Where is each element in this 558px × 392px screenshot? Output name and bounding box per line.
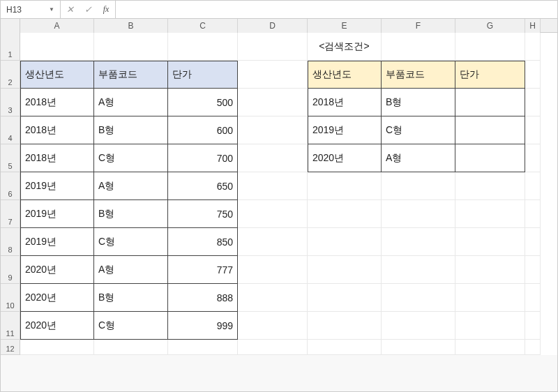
cell[interactable]: 600: [168, 116, 238, 144]
cell[interactable]: 2019년: [20, 200, 94, 228]
cell[interactable]: C형: [94, 228, 168, 256]
cell[interactable]: [455, 200, 525, 228]
cell[interactable]: [20, 340, 94, 355]
cell[interactable]: 2019년: [20, 172, 94, 200]
cell[interactable]: [308, 228, 382, 256]
cell[interactable]: [382, 172, 455, 200]
cell[interactable]: [382, 312, 455, 340]
row-header[interactable]: 1: [1, 33, 20, 61]
cell-header-code-left[interactable]: 부품코드: [94, 61, 168, 89]
cell[interactable]: [525, 61, 541, 89]
cell[interactable]: A형: [382, 144, 455, 172]
col-header-A[interactable]: A: [20, 19, 94, 33]
cell[interactable]: 2020년: [20, 284, 94, 312]
cell[interactable]: [238, 340, 308, 355]
cell[interactable]: [168, 340, 238, 355]
cell[interactable]: [238, 256, 308, 284]
cell[interactable]: [238, 116, 308, 144]
cell[interactable]: A형: [94, 89, 168, 116]
cell[interactable]: B형: [382, 89, 455, 116]
cell[interactable]: [382, 200, 455, 228]
cell[interactable]: [455, 312, 525, 340]
fx-icon[interactable]: fx: [97, 1, 115, 18]
cell[interactable]: [238, 144, 308, 172]
cancel-formula-icon[interactable]: ✕: [61, 1, 79, 18]
cell[interactable]: 2018년: [20, 89, 94, 116]
cell[interactable]: [20, 33, 94, 61]
cell[interactable]: [168, 33, 238, 61]
cell[interactable]: [455, 340, 525, 355]
cell[interactable]: C형: [94, 144, 168, 172]
cell[interactable]: [238, 228, 308, 256]
cell[interactable]: [455, 33, 525, 61]
col-header-G[interactable]: G: [455, 19, 525, 33]
cell[interactable]: [238, 172, 308, 200]
cell[interactable]: [525, 144, 541, 172]
cell[interactable]: 2018년: [20, 144, 94, 172]
cell[interactable]: [525, 172, 541, 200]
cell[interactable]: [455, 228, 525, 256]
row-header[interactable]: 12: [1, 340, 20, 355]
row-header[interactable]: 2: [1, 61, 20, 89]
cell[interactable]: [238, 200, 308, 228]
cell[interactable]: 700: [168, 144, 238, 172]
cell[interactable]: [308, 172, 382, 200]
cell[interactable]: [525, 340, 541, 355]
cell[interactable]: 500: [168, 89, 238, 116]
cell[interactable]: [455, 256, 525, 284]
cell[interactable]: [308, 200, 382, 228]
cell[interactable]: B형: [94, 200, 168, 228]
cell-header-year-right[interactable]: 생산년도: [308, 61, 382, 89]
cell[interactable]: [94, 340, 168, 355]
cell[interactable]: [525, 89, 541, 116]
cell[interactable]: [238, 284, 308, 312]
row-header[interactable]: 8: [1, 228, 20, 256]
cell[interactable]: [382, 284, 455, 312]
cell[interactable]: [382, 228, 455, 256]
cell[interactable]: [525, 284, 541, 312]
cell[interactable]: [525, 33, 541, 61]
row-header[interactable]: 10: [1, 284, 20, 312]
cell[interactable]: C형: [382, 116, 455, 144]
cell[interactable]: 888: [168, 284, 238, 312]
cell[interactable]: [308, 284, 382, 312]
col-header-D[interactable]: D: [238, 19, 308, 33]
cell[interactable]: [525, 312, 541, 340]
row-header[interactable]: 4: [1, 116, 20, 144]
cell[interactable]: [455, 284, 525, 312]
cell-header-price-right[interactable]: 단가: [455, 61, 525, 89]
cell[interactable]: 999: [168, 312, 238, 340]
cell[interactable]: 777: [168, 256, 238, 284]
row-header[interactable]: 6: [1, 172, 20, 200]
cell[interactable]: 2020년: [308, 144, 382, 172]
col-header-B[interactable]: B: [94, 19, 168, 33]
cell[interactable]: [238, 89, 308, 116]
cell[interactable]: [525, 116, 541, 144]
col-header-H[interactable]: H: [525, 19, 541, 33]
cell[interactable]: C형: [94, 312, 168, 340]
cell[interactable]: [238, 61, 308, 89]
cell[interactable]: A형: [94, 172, 168, 200]
cell[interactable]: [455, 116, 525, 144]
cell[interactable]: [94, 33, 168, 61]
row-header[interactable]: 11: [1, 312, 20, 340]
cell[interactable]: B형: [94, 116, 168, 144]
col-header-E[interactable]: E: [308, 19, 382, 33]
cell[interactable]: 2018년: [20, 116, 94, 144]
row-header[interactable]: 7: [1, 200, 20, 228]
name-box-dropdown-icon[interactable]: ▼: [49, 6, 54, 13]
cell-header-code-right[interactable]: 부품코드: [382, 61, 455, 89]
row-header[interactable]: 9: [1, 256, 20, 284]
cell-search-title[interactable]: <검색조건>: [308, 33, 382, 61]
cell[interactable]: [308, 312, 382, 340]
accept-formula-icon[interactable]: ✓: [79, 1, 97, 18]
cell[interactable]: [238, 312, 308, 340]
cell[interactable]: 2020년: [20, 312, 94, 340]
col-header-C[interactable]: C: [168, 19, 238, 33]
cell-header-year-left[interactable]: 생산년도: [20, 61, 94, 89]
cell[interactable]: [382, 340, 455, 355]
cell[interactable]: [455, 89, 525, 116]
cell[interactable]: [525, 228, 541, 256]
cell[interactable]: [238, 33, 308, 61]
cell[interactable]: [525, 200, 541, 228]
